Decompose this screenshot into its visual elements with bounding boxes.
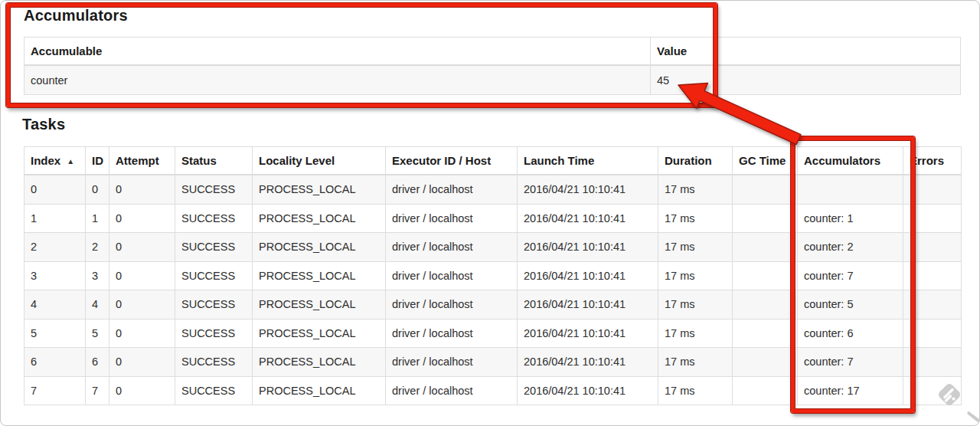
cell-status: SUCCESS	[175, 175, 253, 204]
col-header-status[interactable]: Status	[175, 147, 253, 175]
cell-duration: 17 ms	[658, 290, 733, 320]
cell-index: 0	[24, 175, 86, 204]
skitch-watermark-icon	[932, 377, 967, 412]
cell-attempt: 0	[109, 204, 175, 233]
spark-stage-page: Accumulators AccumulableValue counter45 …	[0, 0, 980, 426]
cell-executor-id-host: driver / localhost	[386, 376, 518, 405]
col-header-label: Launch Time	[524, 154, 594, 167]
cell-status: SUCCESS	[175, 348, 253, 377]
col-header-executor-id-host[interactable]: Executor ID / Host	[386, 147, 518, 175]
cell-index: 7	[24, 376, 86, 405]
cell-gc-time	[733, 376, 798, 405]
cell-launch-time: 2016/04/21 10:10:41	[518, 175, 658, 204]
col-header-index[interactable]: Index▲	[24, 147, 86, 175]
cell-duration: 17 ms	[658, 348, 733, 377]
cell-locality-level: PROCESS_LOCAL	[253, 319, 386, 348]
cell-index: 6	[24, 348, 86, 377]
cell-attempt: 0	[109, 175, 175, 204]
cell-locality-level: PROCESS_LOCAL	[253, 175, 386, 204]
cell-executor-id-host: driver / localhost	[386, 319, 518, 348]
col-header-locality-level[interactable]: Locality Level	[253, 147, 386, 175]
cell-executor-id-host: driver / localhost	[386, 204, 518, 233]
cell-id: 5	[86, 319, 109, 348]
cell-index: 3	[24, 261, 86, 290]
cell-id: 2	[86, 233, 109, 262]
cell-executor-id-host: driver / localhost	[386, 233, 518, 262]
cell-gc-time	[733, 348, 798, 377]
cell-status: SUCCESS	[175, 233, 253, 262]
cell-launch-time: 2016/04/21 10:10:41	[518, 261, 658, 290]
col-header-attempt[interactable]: Attempt	[109, 147, 175, 175]
cell-gc-time	[733, 204, 798, 233]
col-header-label: ID	[92, 154, 103, 167]
tasks-section-title: Tasks	[22, 116, 65, 133]
cell-locality-level: PROCESS_LOCAL	[253, 233, 386, 262]
cell-status: SUCCESS	[175, 290, 253, 320]
cell-id: 0	[86, 175, 109, 204]
cell-index: 4	[24, 290, 86, 320]
col-header-label: Attempt	[116, 154, 159, 167]
cell-status: SUCCESS	[175, 376, 253, 405]
col-header-gc-time[interactable]: GC Time	[733, 147, 798, 175]
cell-id: 4	[86, 290, 109, 320]
cell-duration: 17 ms	[658, 261, 733, 290]
cell-gc-time	[733, 319, 798, 348]
cell-attempt: 0	[109, 376, 175, 405]
cell-duration: 17 ms	[658, 233, 733, 262]
cell-locality-level: PROCESS_LOCAL	[253, 261, 386, 290]
cell-index: 1	[24, 204, 86, 233]
cell-status: SUCCESS	[175, 204, 253, 233]
cell-launch-time: 2016/04/21 10:10:41	[518, 204, 658, 233]
cell-status: SUCCESS	[175, 261, 253, 290]
col-header-launch-time[interactable]: Launch Time	[518, 147, 658, 175]
cell-id: 1	[86, 204, 109, 233]
col-header-label: Executor ID / Host	[392, 154, 491, 167]
cell-gc-time	[733, 261, 798, 290]
col-header-label: Status	[181, 154, 217, 167]
cell-index: 5	[24, 319, 86, 348]
cell-locality-level: PROCESS_LOCAL	[253, 348, 386, 377]
col-header-label: Index	[31, 154, 60, 167]
cell-status: SUCCESS	[175, 319, 253, 348]
cell-locality-level: PROCESS_LOCAL	[253, 290, 386, 320]
cell-duration: 17 ms	[658, 376, 733, 405]
cell-id: 6	[86, 348, 109, 377]
cell-attempt: 0	[109, 290, 175, 320]
cell-gc-time	[733, 290, 798, 320]
cell-duration: 17 ms	[658, 204, 733, 233]
cell-duration: 17 ms	[658, 175, 733, 204]
annotation-box-accumulators-column	[791, 136, 915, 413]
cell-executor-id-host: driver / localhost	[386, 261, 518, 290]
cell-launch-time: 2016/04/21 10:10:41	[518, 348, 658, 377]
annotation-box-accumulators-section	[6, 3, 717, 107]
cell-launch-time: 2016/04/21 10:10:41	[518, 376, 658, 405]
cell-executor-id-host: driver / localhost	[386, 348, 518, 377]
cell-locality-level: PROCESS_LOCAL	[253, 204, 386, 233]
cell-id: 7	[86, 376, 109, 405]
cell-attempt: 0	[109, 348, 175, 377]
cell-attempt: 0	[109, 319, 175, 348]
col-header-id[interactable]: ID	[86, 147, 109, 175]
cell-index: 2	[24, 233, 86, 262]
cell-gc-time	[733, 175, 798, 204]
col-header-label: Locality Level	[259, 154, 335, 167]
cell-attempt: 0	[109, 233, 175, 262]
cell-executor-id-host: driver / localhost	[386, 290, 518, 320]
cell-launch-time: 2016/04/21 10:10:41	[518, 233, 658, 262]
watermark-corner-stroke	[967, 411, 980, 425]
cell-id: 3	[86, 261, 109, 290]
cell-launch-time: 2016/04/21 10:10:41	[518, 290, 658, 320]
col-header-label: Duration	[665, 154, 712, 167]
cell-locality-level: PROCESS_LOCAL	[253, 376, 386, 405]
col-header-label: GC Time	[739, 154, 786, 167]
cell-attempt: 0	[109, 261, 175, 290]
sort-ascending-icon: ▲	[67, 157, 74, 165]
col-header-duration[interactable]: Duration	[658, 147, 733, 175]
cell-gc-time	[733, 233, 798, 262]
cell-launch-time: 2016/04/21 10:10:41	[518, 319, 658, 348]
cell-executor-id-host: driver / localhost	[386, 175, 518, 204]
cell-duration: 17 ms	[658, 319, 733, 348]
